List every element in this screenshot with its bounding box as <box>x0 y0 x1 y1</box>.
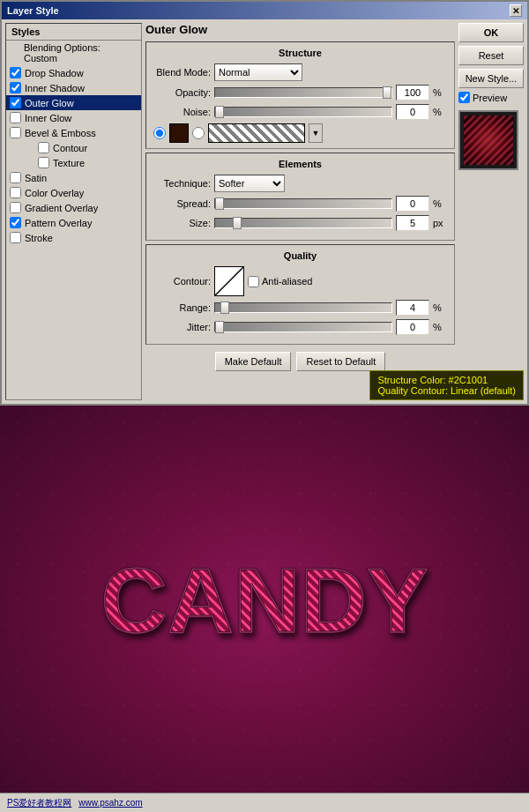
spread-unit: % <box>433 198 447 209</box>
inner-shadow-checkbox[interactable] <box>10 82 21 93</box>
technique-label: Technique: <box>153 178 211 189</box>
technique-row: Technique: Softer <box>153 175 447 192</box>
sidebar-item-drop-shadow[interactable]: Drop Shadow <box>6 65 141 80</box>
opacity-input[interactable] <box>396 85 429 101</box>
outer-glow-checkbox[interactable] <box>10 97 21 108</box>
reset-to-default-button[interactable]: Reset to Default <box>296 352 385 371</box>
drop-shadow-checkbox[interactable] <box>10 67 21 78</box>
size-input[interactable] <box>396 215 429 231</box>
texture-checkbox[interactable] <box>38 157 49 168</box>
sidebar-item-blending[interactable]: Blending Options: Custom <box>6 41 141 65</box>
spread-input[interactable] <box>396 196 429 212</box>
buttons-panel: OK Reset New Style... Preview <box>458 23 524 400</box>
sidebar-item-outer-glow[interactable]: Outer Glow <box>6 95 141 110</box>
sidebar-item-bevel-emboss[interactable]: Bevel & Emboss <box>6 125 141 140</box>
sidebar-item-contour[interactable]: Contour <box>6 140 141 155</box>
sidebar-item-color-overlay[interactable]: Color Overlay <box>6 185 141 200</box>
pattern-overlay-checkbox[interactable] <box>10 217 21 228</box>
noise-input[interactable] <box>396 104 429 120</box>
outer-glow-header: Outer Glow <box>145 23 455 36</box>
layer-style-dialog: Layer Style ✕ Styles Blending Options: C… <box>0 0 529 406</box>
preview-stripes <box>464 115 513 165</box>
spread-thumb[interactable] <box>215 197 224 210</box>
noise-unit: % <box>433 107 447 117</box>
preview-row: Preview <box>458 92 524 103</box>
range-input[interactable] <box>396 300 429 316</box>
sidebar-item-inner-shadow[interactable]: Inner Shadow <box>6 80 141 95</box>
stroke-label: Stroke <box>25 233 53 243</box>
gradient-radio[interactable] <box>192 127 205 139</box>
dialog-titlebar: Layer Style ✕ <box>2 2 527 19</box>
size-slider[interactable] <box>214 218 392 228</box>
right-area: Outer Glow Structure Blend Mode: Normal … <box>145 23 524 400</box>
gradient-dropdown-arrow[interactable]: ▼ <box>309 123 323 143</box>
pattern-overlay-label: Pattern Overlay <box>25 218 92 228</box>
jitter-thumb[interactable] <box>215 321 224 333</box>
contour-label-q: Contour: <box>153 276 211 287</box>
sidebar-item-inner-glow[interactable]: Inner Glow <box>6 110 141 125</box>
new-style-button[interactable]: New Style... <box>458 69 524 88</box>
dialog-title: Layer Style <box>7 5 59 16</box>
size-label: Size: <box>153 218 211 228</box>
jitter-input[interactable] <box>396 319 429 335</box>
candy-text-container: CANDY CANDY <box>97 536 432 668</box>
contour-row: Contour: Anti-aliased <box>153 266 447 296</box>
sidebar-item-texture[interactable]: Texture <box>6 155 141 170</box>
noise-thumb[interactable] <box>215 106 224 118</box>
blending-label: Blending Options: Custom <box>24 42 136 63</box>
blend-mode-select[interactable]: Normal <box>214 63 302 81</box>
spread-row: Spread: % <box>153 196 447 212</box>
quality-title: Quality <box>153 250 447 261</box>
range-label: Range: <box>153 302 211 313</box>
opacity-thumb[interactable] <box>383 86 391 99</box>
bevel-emboss-checkbox[interactable] <box>10 127 21 138</box>
jitter-row: Jitter: % <box>153 319 447 335</box>
structure-section: Structure Blend Mode: Normal Opacity: <box>145 41 455 149</box>
anti-aliased-checkbox[interactable] <box>248 276 259 287</box>
reset-button[interactable]: Reset <box>458 46 524 65</box>
preview-box <box>458 110 518 170</box>
sidebar-item-gradient-overlay[interactable]: Gradient Overlay <box>6 200 141 215</box>
bottom-url2[interactable]: www.psahz.com <box>78 798 142 808</box>
elements-section: Elements Technique: Softer Spread: <box>145 153 455 241</box>
sidebar-item-satin[interactable]: Satin <box>6 170 141 185</box>
anti-aliased-label: Anti-aliased <box>248 276 312 287</box>
stroke-checkbox[interactable] <box>10 232 21 243</box>
inner-glow-checkbox[interactable] <box>10 112 21 123</box>
preview-label: Preview <box>473 93 507 103</box>
sidebar-item-stroke[interactable]: Stroke <box>6 230 141 245</box>
color-swatch[interactable] <box>169 123 189 143</box>
solid-color-radio[interactable] <box>153 127 166 139</box>
canvas-area: CANDY CANDY PS爱好者教程网 www.psahz.com <box>0 406 529 812</box>
bottom-bar: PS爱好者教程网 www.psahz.com <box>0 793 529 812</box>
contour-checkbox[interactable] <box>38 142 49 153</box>
bevel-emboss-label: Bevel & Emboss <box>25 128 96 138</box>
make-default-button[interactable]: Make Default <box>215 352 292 371</box>
ok-button[interactable]: OK <box>458 23 524 42</box>
opacity-slider[interactable] <box>214 87 392 98</box>
jitter-slider[interactable] <box>214 322 392 332</box>
spread-label: Spread: <box>153 198 211 209</box>
color-row: ▼ <box>153 123 447 143</box>
noise-slider[interactable] <box>214 107 392 117</box>
bottom-url1[interactable]: PS爱好者教程网 <box>7 797 71 809</box>
preview-checkbox[interactable] <box>458 92 470 103</box>
candy-text-svg: CANDY CANDY <box>97 536 432 668</box>
satin-checkbox[interactable] <box>10 172 21 183</box>
size-thumb[interactable] <box>233 217 242 229</box>
color-overlay-checkbox[interactable] <box>10 187 21 198</box>
spread-slider[interactable] <box>214 198 392 209</box>
opacity-label: Opacity: <box>153 87 211 98</box>
close-button[interactable]: ✕ <box>510 4 522 17</box>
contour-label: Contour <box>53 143 87 153</box>
sidebar-item-pattern-overlay[interactable]: Pattern Overlay <box>6 215 141 230</box>
range-row: Range: % <box>153 300 447 316</box>
contour-preview[interactable] <box>214 266 244 296</box>
range-slider[interactable] <box>214 302 392 313</box>
technique-select[interactable]: Softer <box>214 175 285 192</box>
range-thumb[interactable] <box>220 302 229 314</box>
gradient-preview[interactable] <box>208 123 305 143</box>
quality-section: Quality Contour: Anti-aliased <box>145 244 455 345</box>
gradient-overlay-checkbox[interactable] <box>10 202 21 213</box>
texture-label: Texture <box>53 158 85 168</box>
